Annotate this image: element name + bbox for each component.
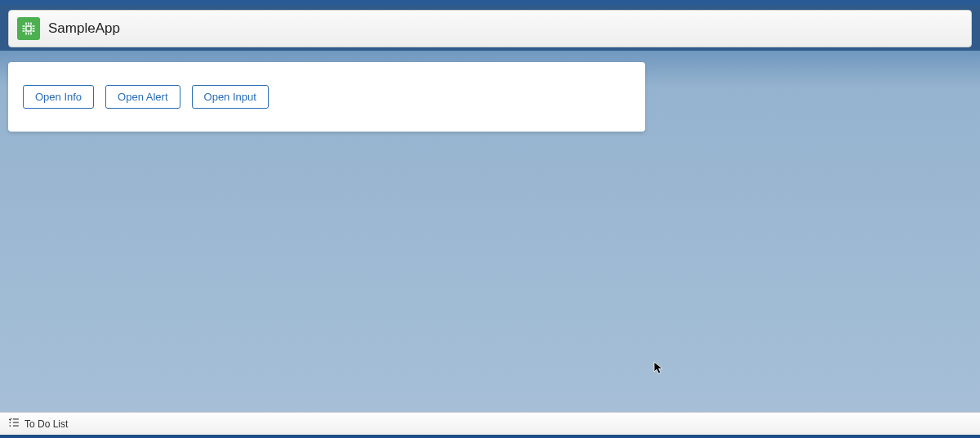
app-title: SampleApp (48, 20, 120, 37)
checklist-icon (8, 417, 20, 431)
svg-point-17 (9, 422, 11, 423)
todo-list-label: To Do List (24, 418, 68, 430)
content-area: Open Info Open Alert Open Input (0, 51, 980, 412)
svg-rect-1 (27, 27, 31, 31)
todo-list-button[interactable]: To Do List (8, 417, 68, 431)
svg-point-18 (9, 425, 11, 427)
open-alert-button[interactable]: Open Alert (105, 85, 180, 109)
cursor-icon (653, 361, 665, 379)
app-header: SampleApp (8, 10, 972, 47)
app-icon (17, 17, 40, 40)
open-input-button[interactable]: Open Input (192, 85, 269, 109)
open-info-button[interactable]: Open Info (23, 85, 94, 109)
bottom-border (0, 435, 980, 438)
button-card: Open Info Open Alert Open Input (8, 62, 645, 132)
footer-bar: To Do List (0, 412, 980, 435)
